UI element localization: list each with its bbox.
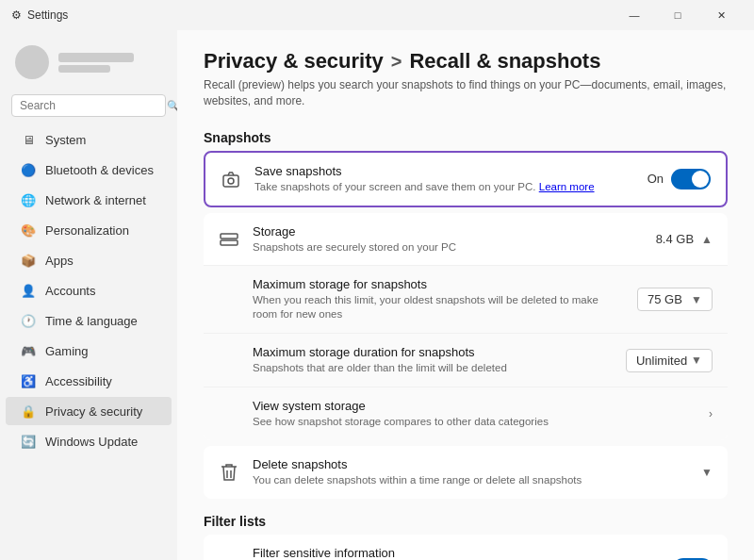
delete-snapshots-desc: You can delete snapshots within a time r… (253, 473, 688, 487)
sidebar: 🔍 🖥 System 🔵 Bluetooth & devices 🌐 Netwo… (0, 30, 177, 560)
filter-section-title: Filter lists (177, 501, 754, 535)
gaming-icon: 🎮 (21, 343, 36, 358)
sidebar-item-label: Privacy & security (45, 404, 142, 419)
network-icon: 🌐 (21, 192, 36, 207)
max-storage-item: Maximum storage for snapshots When you r… (204, 266, 728, 334)
save-snapshots-item: Save snapshots Take snapshots of your sc… (205, 153, 726, 206)
sidebar-item-label: Windows Update (45, 435, 138, 449)
max-duration-control: Unlimited ▼ (626, 349, 713, 372)
sidebar-item-network[interactable]: 🌐 Network & internet (6, 186, 172, 214)
max-storage-select[interactable]: 75 GB ▼ (637, 288, 713, 311)
save-snapshots-toggle[interactable] (671, 169, 711, 189)
sidebar-item-label: Personalization (45, 223, 129, 238)
sidebar-item-label: System (45, 133, 86, 147)
view-storage-chevron-right: › (709, 407, 713, 420)
view-storage-text: View system storage See how snapshot sto… (253, 399, 696, 429)
filter-sensitive-text: Filter sensitive information Snapshots w… (253, 546, 636, 560)
page-subtitle: Recall (preview) helps you search your s… (204, 77, 728, 109)
sidebar-item-label: Accessibility (45, 374, 112, 388)
time-icon: 🕐 (21, 313, 36, 328)
update-icon: 🔄 (21, 434, 36, 449)
profile-section (0, 38, 177, 91)
storage-control[interactable]: 8.4 GB ▲ (656, 232, 713, 246)
privacy-icon: 🔒 (21, 404, 36, 419)
breadcrumb-parent[interactable]: Privacy & security (204, 49, 384, 74)
storage-desc: Snapshots are securely stored on your PC (253, 240, 643, 255)
sidebar-item-personalization[interactable]: 🎨 Personalization (6, 216, 172, 244)
breadcrumb-current: Recall & snapshots (409, 49, 600, 74)
save-snapshots-title: Save snapshots (254, 164, 634, 178)
sidebar-item-bluetooth[interactable]: 🔵 Bluetooth & devices (6, 156, 172, 184)
sidebar-item-accessibility[interactable]: ♿ Accessibility (6, 367, 172, 395)
sidebar-item-time[interactable]: 🕐 Time & language (6, 306, 172, 335)
profile-sub-bar (58, 65, 110, 73)
delete-snapshots-card: Delete snapshots You can delete snapshot… (204, 446, 728, 499)
max-duration-title: Maximum storage duration for snapshots (253, 345, 613, 359)
storage-value: 8.4 GB (656, 232, 694, 246)
filter-card: Filter sensitive information Snapshots w… (204, 535, 728, 560)
titlebar: ⚙ Settings — □ ✕ (0, 0, 754, 30)
sidebar-item-label: Network & internet (45, 193, 146, 207)
sidebar-item-accounts[interactable]: 👤 Accounts (6, 276, 172, 305)
view-storage-control: › (709, 407, 713, 420)
trash-icon (219, 462, 239, 483)
minimize-button[interactable]: — (613, 0, 656, 30)
view-storage-title: View system storage (253, 399, 696, 413)
delete-snapshots-control[interactable]: ▼ (701, 466, 713, 479)
save-snapshots-label: On (647, 172, 664, 186)
maximize-button[interactable]: □ (656, 0, 699, 30)
storage-chevron-up: ▲ (701, 233, 713, 246)
search-box[interactable]: 🔍 (11, 94, 166, 117)
settings-icon: ⚙ (11, 8, 22, 22)
breadcrumb-separator: > (391, 51, 402, 73)
max-storage-chevron: ▼ (691, 293, 702, 306)
sidebar-item-update[interactable]: 🔄 Windows Update (6, 427, 172, 455)
system-icon: 🖥 (21, 132, 36, 147)
window-title: Settings (27, 8, 68, 22)
max-storage-title: Maximum storage for snapshots (253, 277, 624, 291)
bluetooth-icon: 🔵 (21, 162, 36, 177)
save-snapshots-control: On (647, 169, 711, 189)
breadcrumb: Privacy & security > Recall & snapshots (204, 49, 728, 74)
storage-icon (219, 229, 239, 250)
sidebar-item-privacy[interactable]: 🔒 Privacy & security (6, 397, 172, 425)
titlebar-title: ⚙ Settings (11, 8, 68, 22)
view-storage-desc: See how snapshot storage compares to oth… (253, 415, 696, 429)
svg-rect-3 (221, 240, 238, 245)
accessibility-icon: ♿ (21, 373, 36, 388)
search-icon: 🔍 (167, 100, 177, 112)
page-header: Privacy & security > Recall & snapshots … (177, 30, 754, 117)
sidebar-item-gaming[interactable]: 🎮 Gaming (6, 337, 172, 365)
avatar (15, 45, 49, 79)
sidebar-item-system[interactable]: 🖥 System (6, 125, 172, 154)
svg-point-1 (228, 178, 234, 184)
profile-name-bar (58, 53, 134, 62)
storage-item: Storage Snapshots are securely stored on… (204, 213, 728, 267)
search-input[interactable] (20, 99, 161, 112)
max-duration-select[interactable]: Unlimited ▼ (626, 349, 713, 372)
main-content: Privacy & security > Recall & snapshots … (177, 30, 754, 560)
max-storage-text: Maximum storage for snapshots When you r… (253, 277, 624, 321)
save-snapshots-text: Save snapshots Take snapshots of your sc… (254, 164, 634, 194)
svg-rect-0 (223, 175, 238, 187)
delete-snapshots-title: Delete snapshots (253, 457, 688, 471)
storage-card: Storage Snapshots are securely stored on… (204, 213, 728, 441)
max-storage-control: 75 GB ▼ (637, 288, 713, 311)
filter-sensitive-title: Filter sensitive information (253, 546, 636, 560)
save-snapshots-learn-more[interactable]: Learn more (539, 181, 595, 192)
max-duration-chevron: ▼ (691, 354, 702, 367)
max-duration-item: Maximum storage duration for snapshots S… (204, 334, 728, 387)
close-button[interactable]: ✕ (699, 0, 743, 30)
filter-sensitive-item: Filter sensitive information Snapshots w… (204, 535, 728, 560)
sidebar-item-label: Apps (45, 254, 74, 268)
sidebar-item-label: Gaming (45, 344, 89, 358)
max-storage-desc: When you reach this limit, your oldest s… (253, 293, 624, 321)
svg-rect-2 (221, 234, 238, 239)
save-snapshots-desc: Take snapshots of your screen and save t… (254, 180, 634, 194)
accounts-icon: 👤 (21, 283, 36, 298)
delete-snapshots-item: Delete snapshots You can delete snapshot… (204, 446, 728, 499)
sidebar-item-label: Bluetooth & devices (45, 163, 154, 177)
storage-text: Storage Snapshots are securely stored on… (253, 224, 643, 255)
sidebar-item-apps[interactable]: 📦 Apps (6, 246, 172, 274)
view-storage-item[interactable]: View system storage See how snapshot sto… (204, 387, 728, 440)
